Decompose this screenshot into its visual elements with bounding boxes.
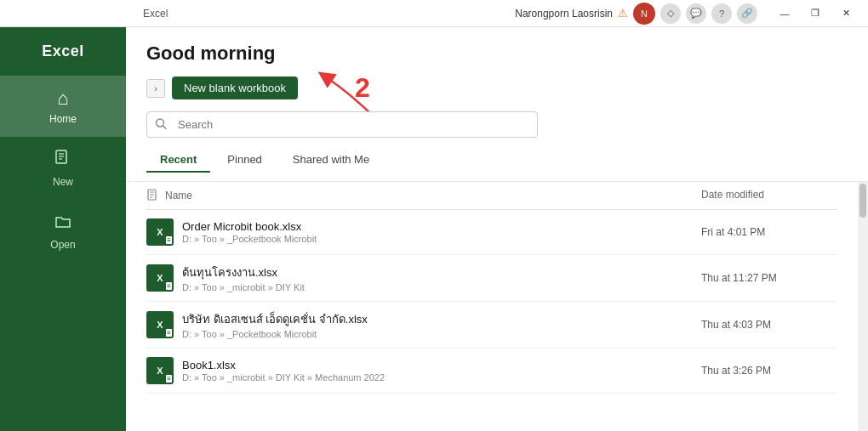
number-annotation: 2 [355,72,370,104]
minimize-button[interactable]: — [769,3,800,25]
file-name: ต้นทุนโครงงาน.xlsx [182,264,701,281]
file-path: D: » Too » _microbit » DIY Kit [182,282,701,292]
sidebar-item-home[interactable]: ⌂ Home [0,76,126,137]
top-icon-2[interactable]: 💬 [686,3,706,24]
file-path: D: » Too » _microbit » DIY Kit » Mechanu… [182,372,701,383]
restore-button[interactable]: ❐ [800,3,831,25]
file-info: บริษัท ดิเอสเซนส์ เอ็ดดูเคชั่น จำกัด.xls… [182,310,701,339]
file-date: Thu at 11:27 PM [701,272,837,284]
top-icon-help[interactable]: ? [711,3,732,24]
top-icon-share[interactable]: 🔗 [737,3,757,24]
file-date: Thu at 3:26 PM [701,365,837,377]
file-icon-xlsx: X ≡ [146,311,174,338]
sidebar-label-open: Open [50,239,75,251]
file-row[interactable]: X ≡ บริษัท ดิเอสเซนส์ เอ็ดดูเคชั่น จำกัด… [146,302,837,349]
content-header: Good morning › New blank workbook [126,27,868,182]
warning-icon: ⚠ [618,7,628,20]
search-input[interactable] [146,111,538,138]
file-name: Book1.xlsx [182,359,701,371]
tab-recent[interactable]: Recent [146,148,210,173]
file-icon-xlsx: X ≡ [146,264,174,292]
file-info: Book1.xlsx D: » Too » _microbit » DIY Ki… [182,359,701,383]
file-row[interactable]: X ≡ ต้นทุนโครงงาน.xlsx D: » Too » _micro… [146,255,837,302]
sidebar: Excel ⌂ Home New Open [0,27,126,431]
tabs: Recent Pinned Shared with Me [146,148,848,173]
sidebar-app-title: Excel [42,34,84,76]
file-info: Order Microbit book.xlsx D: » Too » _Poc… [182,220,701,244]
new-blank-workbook-button[interactable]: New blank workbook [172,77,298,99]
file-list: Name Date modified X ≡ Order Microbit bo… [126,182,858,431]
chevron-button[interactable]: › [146,79,165,98]
close-button[interactable]: ✕ [831,3,861,25]
file-name: บริษัท ดิเอสเซนส์ เอ็ดดูเคชั่น จำกัด.xls… [182,310,701,328]
main-layout: Excel ⌂ Home New Open [0,27,868,431]
top-bar: Excel Narongporn Laosrisin ⚠ N ◇ 💬 ? 🔗 —… [0,0,868,27]
search-container [146,111,848,138]
file-path: D: » Too » _Pocketbook Microbit [182,329,701,339]
top-bar-username: Narongporn Laosrisin [515,8,613,20]
tab-pinned[interactable]: Pinned [214,148,275,173]
file-date: Fri at 4:01 PM [701,226,837,238]
file-row[interactable]: X ≡ Book1.xlsx D: » Too » _microbit » DI… [146,349,837,394]
sidebar-label-home: Home [49,113,77,125]
file-list-header: Name Date modified [146,182,837,210]
content-area: Good morning › New blank workbook [126,27,868,431]
home-icon: ⌂ [57,88,68,110]
sidebar-item-open[interactable]: Open [0,200,126,263]
new-workbook-row: › New blank workbook 2 [146,77,848,99]
top-icon-1[interactable]: ◇ [660,3,681,24]
column-header-name: Name [146,189,701,202]
scrollbar-track[interactable] [858,182,868,431]
scrollbar-thumb[interactable] [859,184,866,218]
file-icon-xlsx: X ≡ [146,218,174,246]
sidebar-label-new: New [53,176,73,188]
user-avatar[interactable]: N [633,3,655,25]
window-controls: — ❐ ✕ [769,3,861,25]
file-path: D: » Too » _Pocketbook Microbit [182,234,701,244]
tab-shared[interactable]: Shared with Me [279,148,383,173]
file-date: Thu at 4:03 PM [701,319,837,331]
top-bar-app-name: Excel [143,8,168,20]
file-info: ต้นทุนโครงงาน.xlsx D: » Too » _microbit … [182,264,701,292]
file-name: Order Microbit book.xlsx [182,220,701,233]
file-icon-xlsx: X ≡ [146,357,174,384]
file-header-icon [146,189,160,202]
new-icon [54,149,72,173]
file-row[interactable]: X ≡ Order Microbit book.xlsx D: » Too » … [146,210,837,255]
greeting-text: Good morning [146,43,848,65]
column-header-date: Date modified [701,189,837,202]
open-icon [54,212,72,235]
sidebar-item-new[interactable]: New [0,137,126,200]
